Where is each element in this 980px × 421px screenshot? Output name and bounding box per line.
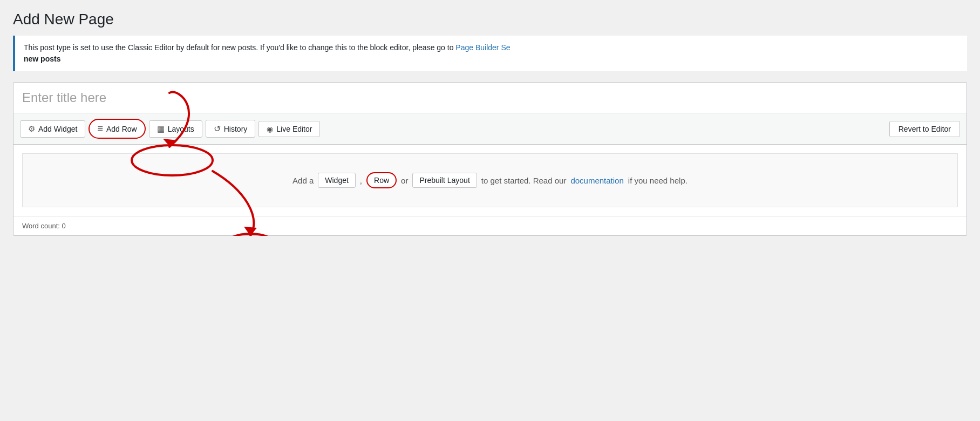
layouts-label: Layouts bbox=[168, 125, 194, 133]
notice-link[interactable]: Page Builder Se bbox=[455, 43, 510, 52]
history-label: History bbox=[224, 125, 248, 133]
notice-bold: new posts bbox=[24, 55, 60, 63]
documentation-link[interactable]: documentation bbox=[570, 176, 623, 185]
history-button[interactable]: History bbox=[206, 120, 256, 138]
prebuilt-button[interactable]: Prebuilt Layout bbox=[412, 173, 477, 188]
widget-inline-button[interactable]: Widget bbox=[318, 173, 356, 188]
eye-icon bbox=[267, 125, 273, 133]
editor-area: Add Widget Add Row Layouts History Live … bbox=[13, 82, 967, 236]
notice-text: This post type is set to use the Classic… bbox=[24, 43, 455, 52]
builder-separator: , bbox=[360, 176, 362, 185]
history-icon bbox=[214, 124, 221, 134]
menu-icon bbox=[97, 123, 103, 134]
builder-area: Add a Widget , Row or Prebuilt Layout to… bbox=[22, 153, 958, 207]
page-title: Add New Page bbox=[13, 11, 967, 28]
layouts-button[interactable]: Layouts bbox=[149, 120, 202, 138]
builder-text-after: to get started. Read our bbox=[481, 176, 567, 185]
row-inline-label: Row bbox=[374, 176, 389, 185]
gear-icon bbox=[28, 124, 35, 134]
revert-label: Revert to Editor bbox=[899, 125, 951, 133]
add-row-label: Add Row bbox=[106, 125, 137, 133]
prebuilt-label: Prebuilt Layout bbox=[419, 176, 469, 185]
add-widget-label: Add Widget bbox=[38, 125, 77, 133]
toolbar: Add Widget Add Row Layouts History Live … bbox=[13, 113, 967, 145]
editor-wrapper: Add Widget Add Row Layouts History Live … bbox=[13, 82, 967, 236]
live-editor-button[interactable]: Live Editor bbox=[258, 121, 320, 137]
builder-or: or bbox=[401, 176, 408, 185]
widget-inline-label: Widget bbox=[325, 176, 349, 185]
row-inline-button[interactable]: Row bbox=[366, 172, 397, 188]
grid-icon bbox=[157, 124, 165, 134]
word-count: Word count: 0 bbox=[13, 216, 967, 235]
add-row-button[interactable]: Add Row bbox=[89, 119, 145, 139]
live-editor-label: Live Editor bbox=[276, 125, 312, 133]
revert-button[interactable]: Revert to Editor bbox=[889, 121, 960, 137]
notice-banner: This post type is set to use the Classic… bbox=[13, 36, 967, 71]
add-widget-button[interactable]: Add Widget bbox=[20, 120, 85, 138]
builder-text-before: Add a bbox=[292, 176, 314, 185]
builder-text-end: if you need help. bbox=[628, 176, 688, 185]
title-input[interactable] bbox=[13, 83, 967, 113]
